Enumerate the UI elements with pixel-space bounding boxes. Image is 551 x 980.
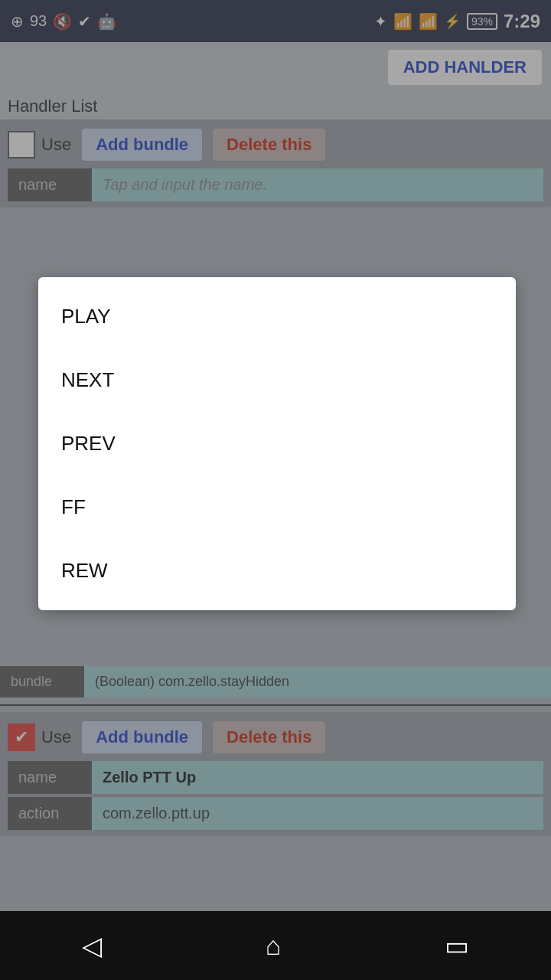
dropdown-item-ff[interactable]: FF — [38, 475, 516, 539]
dropdown-item-prev[interactable]: PREV — [38, 412, 516, 475]
dropdown-item-rew[interactable]: REW — [38, 539, 516, 603]
dropdown-item-next[interactable]: NEXT — [38, 348, 516, 412]
dropdown-popup: PLAY NEXT PREV FF REW — [38, 277, 516, 610]
back-button[interactable]: ◁ — [82, 930, 102, 961]
nav-bar: ◁ ⌂ ▭ — [0, 911, 551, 980]
recent-icon: ▭ — [445, 930, 469, 961]
home-button[interactable]: ⌂ — [266, 931, 282, 961]
back-icon: ◁ — [82, 930, 102, 961]
recent-button[interactable]: ▭ — [445, 930, 469, 961]
home-icon: ⌂ — [266, 931, 282, 961]
dropdown-item-play[interactable]: PLAY — [38, 285, 516, 348]
